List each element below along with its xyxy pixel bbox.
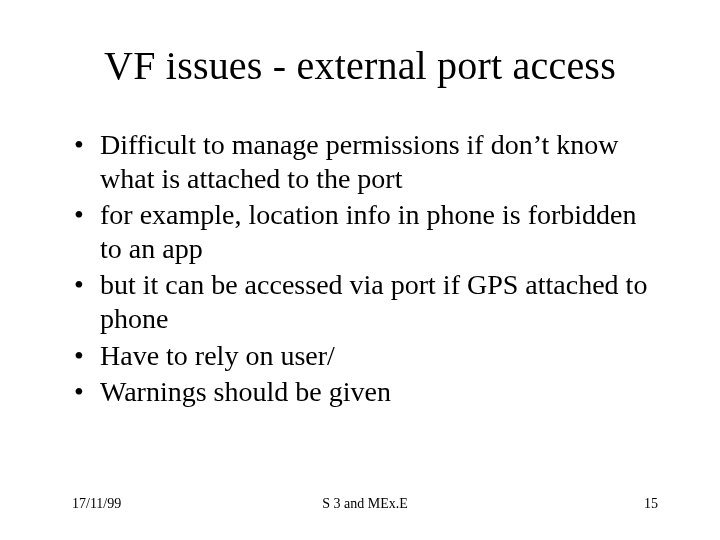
slide-title: VF issues - external port access	[0, 42, 720, 89]
footer-page-number: 15	[644, 496, 658, 512]
slide: VF issues - external port access Difficu…	[0, 0, 720, 540]
slide-footer: 17/11/99 S 3 and MEx.E 15	[72, 496, 658, 512]
list-item: Difficult to manage permissions if don’t…	[70, 128, 660, 195]
footer-date: 17/11/99	[72, 496, 121, 512]
footer-center: S 3 and MEx.E	[72, 496, 658, 512]
bullet-list: Difficult to manage permissions if don’t…	[70, 128, 660, 412]
bullet-text: Have to rely on user/	[100, 340, 335, 371]
list-item: but it can be accessed via port if GPS a…	[70, 268, 660, 335]
list-item: for example, location info in phone is f…	[70, 198, 660, 265]
list-item: Warnings should be given	[70, 375, 660, 409]
bullet-text: for example, location info in phone is f…	[100, 199, 637, 264]
bullet-text: Warnings should be given	[100, 376, 391, 407]
bullet-text: Difficult to manage permissions if don’t…	[100, 129, 618, 194]
list-item: Have to rely on user/	[70, 339, 660, 373]
bullet-text: but it can be accessed via port if GPS a…	[100, 269, 647, 334]
